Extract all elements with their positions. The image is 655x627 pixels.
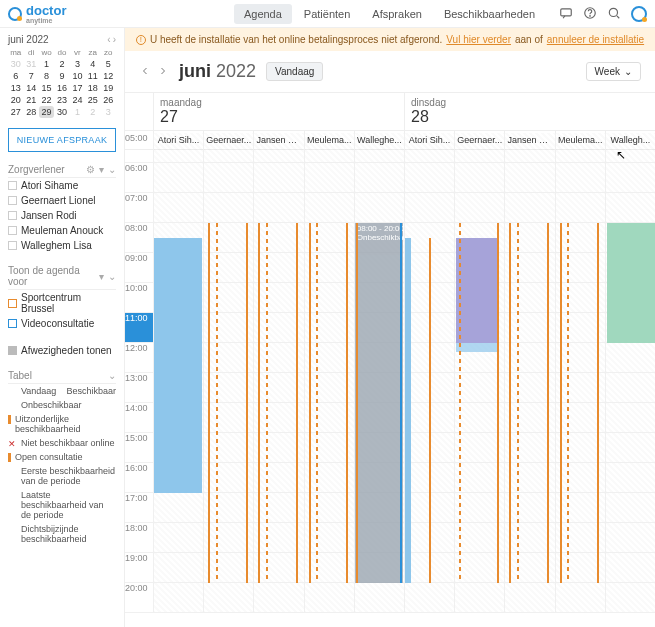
provider-item[interactable]: Atori Sihame [8, 178, 116, 193]
nav-appointments[interactable]: Afspraken [362, 4, 432, 24]
warning-banner: ! U heeft de installatie van het online … [125, 28, 655, 51]
calendar-title: juni 2022 [179, 61, 256, 82]
mini-next-icon[interactable]: › [113, 34, 116, 45]
nav-patients[interactable]: Patiënten [294, 4, 360, 24]
chevron-down-icon[interactable]: ⌄ [108, 164, 116, 175]
logo-icon [8, 7, 22, 21]
avatar-icon[interactable] [631, 6, 647, 22]
svg-rect-0 [561, 8, 572, 15]
day-header-row: maandag 27 dinsdag 28 [125, 92, 655, 131]
mini-calendar[interactable]: madiwodovrzazo 3031123456789101112131415… [8, 47, 116, 118]
location-item[interactable]: Videoconsultatie [8, 316, 116, 331]
provider-item[interactable]: Geernaert Lionel [8, 193, 116, 208]
filter-icon[interactable]: ⚙ [86, 164, 95, 175]
legend-item: ✕Niet beschikbaar online [8, 436, 116, 450]
logo[interactable]: doctor anytime [8, 4, 66, 24]
day-header: maandag 27 [153, 93, 404, 130]
banner-link-continue[interactable]: Vul hier verder [446, 34, 511, 45]
svg-point-3 [609, 8, 617, 16]
nav-availabilities[interactable]: Beschikbaarheden [434, 4, 545, 24]
mini-cal-title: juni 2022 [8, 34, 49, 45]
legend-item: Onbeschikbaar [8, 398, 116, 412]
svg-point-2 [590, 15, 591, 16]
legend-item: Laatste beschikbaarheid van de periode [8, 488, 116, 522]
warning-icon: ! [136, 35, 146, 45]
banner-link-cancel[interactable]: annuleer de installatie [547, 34, 644, 45]
providers-header: Zorgverlener ⚙ ▾ ⌄ [8, 164, 116, 178]
chevron-down-icon[interactable]: ⌄ [108, 370, 116, 381]
next-icon[interactable] [157, 65, 169, 79]
chevron-down-icon[interactable]: ⌄ [108, 271, 116, 282]
legend-item: Vandaag Beschikbaar [8, 384, 116, 398]
logo-sub: anytime [26, 17, 66, 24]
search-icon[interactable] [607, 6, 621, 22]
mini-cal-header: juni 2022 ‹ › [8, 34, 116, 45]
funnel-icon[interactable]: ▾ [99, 271, 104, 282]
chat-icon[interactable] [559, 6, 573, 22]
chevron-down-icon: ⌄ [624, 66, 632, 77]
legend-item: Dichtsbijzijnde beschikbaarheid [8, 522, 116, 546]
location-item[interactable]: Sportcentrum Brussel [8, 290, 116, 316]
view-selector[interactable]: Week⌄ [586, 62, 641, 81]
absences-toggle[interactable]: Afwezigheden tonen [8, 343, 116, 358]
nav-agenda[interactable]: Agenda [234, 4, 292, 24]
logo-name: doctor [26, 4, 66, 17]
calendar-grid[interactable]: 05:0006:0007:0008:0009:0010:0011:0012:00… [125, 133, 655, 627]
new-appointment-button[interactable]: NIEUWE AFSPRAAK [8, 128, 116, 152]
sidebar: juni 2022 ‹ › madiwodovrzazo 30311234567… [0, 28, 125, 627]
calendar-header: juni 2022 Vandaag Week⌄ [125, 51, 655, 92]
help-icon[interactable] [583, 6, 597, 22]
top-nav: Agenda Patiënten Afspraken Beschikbaarhe… [234, 4, 545, 24]
day-header: dinsdag 28 [404, 93, 655, 130]
provider-item[interactable]: Walleghem Lisa [8, 238, 116, 253]
main: ! U heeft de installatie van het online … [125, 28, 655, 627]
topbar: doctor anytime Agenda Patiënten Afsprake… [0, 0, 655, 28]
legend-item: Eerste beschikbaarheid van de periode [8, 464, 116, 488]
prev-icon[interactable] [139, 65, 151, 79]
provider-item[interactable]: Meuleman Anouck [8, 223, 116, 238]
table-header: Tabel ⌄ [8, 370, 116, 384]
funnel-icon[interactable]: ▾ [99, 164, 104, 175]
legend-item: Uitzonderlijke beschikbaarheid [8, 412, 116, 436]
mini-prev-icon[interactable]: ‹ [107, 34, 110, 45]
today-button[interactable]: Vandaag [266, 62, 323, 81]
legend-item: Open consultatie [8, 450, 116, 464]
provider-item[interactable]: Jansen Rodi [8, 208, 116, 223]
top-icons [559, 6, 647, 22]
show-for-header: Toon de agenda voor ▾⌄ [8, 265, 116, 290]
